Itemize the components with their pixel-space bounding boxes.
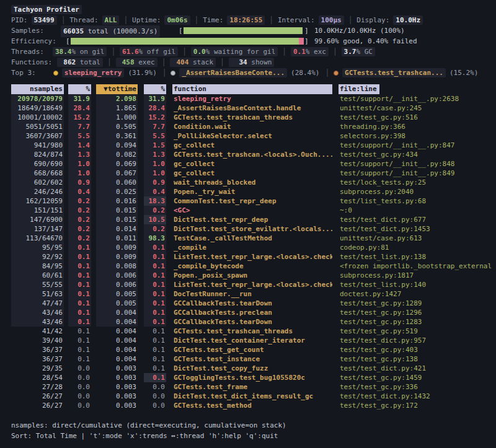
col-header-pct-direct[interactable]: % xyxy=(68,84,91,94)
cell-tottime: 0.003 xyxy=(96,401,138,410)
cell-tottime: 0.014 xyxy=(96,224,138,234)
col-header-tottime[interactable]: ▼tottime xyxy=(96,84,138,94)
cell-pct-cumulative: 0.1 xyxy=(144,354,166,364)
efficiency-bar-good xyxy=(71,38,299,45)
cell-nsamples: 147/6900 xyxy=(11,215,64,224)
cell-nsamples: 47/47 xyxy=(11,299,64,308)
table-row: 113/646700.20.01198.3TestCase._callTestM… xyxy=(11,234,494,243)
cell-file-line: test/test_gc.py:403 xyxy=(339,345,494,354)
table-row: 84/950.10.0080.1_compile_bytecode<frozen… xyxy=(11,261,494,271)
cell-function: ListTest.test_repr_large.<locals>.check xyxy=(172,280,332,289)
cell-pct-direct: 0.2 xyxy=(68,234,91,243)
efficiency-bar-close-bracket: ] xyxy=(304,36,309,46)
cell-pct-cumulative: 31.9 xyxy=(144,94,166,103)
table-row: 602/6020.90.0600.9wait_threads_blockedte… xyxy=(11,178,494,187)
function-stat-value: 34 xyxy=(231,57,247,68)
cell-file-line: test/support/__init__.py:849 xyxy=(339,169,494,178)
cell-nsamples: 60/61 xyxy=(11,271,64,280)
cell-nsamples: 151/151 xyxy=(11,206,64,215)
cell-pct-direct: 1.3 xyxy=(68,150,91,159)
cell-tottime: 0.003 xyxy=(96,382,138,392)
top3-line: Top 3:sleeping_retry(31.9%)│_AssertRaise… xyxy=(11,68,494,78)
table-row: 20978/2097931.92.09831.9sleeping_retryte… xyxy=(11,94,494,103)
cell-nsamples: 26/27 xyxy=(11,401,64,410)
function-stat-segment: 862 total xyxy=(57,58,103,67)
cell-function: GCTests.test_trashcan.<locals>.Ouch.... xyxy=(172,150,332,159)
cell-file-line: threading.py:366 xyxy=(339,122,494,131)
table-row: 137/1470.20.0140.2DictTest.test_store_ev… xyxy=(11,224,494,234)
cell-tottime: 0.003 xyxy=(96,373,138,382)
threads-line: Threads:38.4% on gil│61.6% off gil│0.0% … xyxy=(11,46,494,57)
col-header-function[interactable]: function xyxy=(172,84,332,94)
cell-file-line: codeop.py:81 xyxy=(339,243,494,252)
cell-function: sleeping_retry xyxy=(172,94,332,103)
status-field-value: 10.0Hz xyxy=(393,15,423,25)
cell-pct-cumulative: 7.7 xyxy=(144,122,166,131)
cell-tottime: 0.009 xyxy=(96,243,138,252)
cell-pct-cumulative: 0.1 xyxy=(144,317,166,327)
table-row: 147/69000.20.01510.5DictTest.test_repr_d… xyxy=(11,215,494,224)
cell-pct-cumulative: 28.4 xyxy=(144,103,166,113)
cell-pct-cumulative: 0.1 xyxy=(144,261,166,271)
efficiency-line: Efficiency: [ ] 99.60% good, 0.40% faile… xyxy=(11,36,494,46)
table-row: 47/470.10.0050.1GCCallbackTests.tearDown… xyxy=(11,299,494,308)
function-stat-unit: stack xyxy=(188,58,213,66)
cell-nsamples: 20978/20979 xyxy=(11,94,64,103)
cell-tottime: 0.009 xyxy=(96,252,138,261)
table-row: 60/610.10.0060.1Popen._posix_spawnsubpro… xyxy=(11,271,494,280)
thread-stat-value: 0.0 xyxy=(193,48,206,56)
cell-function: GCTests.test_method xyxy=(172,401,332,410)
cell-function: GCTests.test_trashcan_threads xyxy=(172,113,332,122)
cell-pct-direct: 1.0 xyxy=(68,169,91,178)
cell-file-line: <frozen importlib._bootstrap_external xyxy=(339,261,494,271)
cell-function: _compile_bytecode xyxy=(172,261,332,271)
thread-stat-separator: │ xyxy=(111,48,115,56)
samples-bar-open-bracket: [ xyxy=(179,25,183,36)
cell-pct-cumulative: 0.0 xyxy=(144,401,166,410)
cell-tottime: 0.004 xyxy=(96,345,138,354)
cell-file-line: test/test_gc.py:516 xyxy=(339,113,494,122)
cell-tottime: 0.004 xyxy=(96,317,138,327)
cell-pct-cumulative: 1.5 xyxy=(144,141,166,150)
status-field-value: 18:26:55 xyxy=(227,15,265,25)
table-row: 43/460.10.0040.1GCCallbackTests.preclean… xyxy=(11,308,494,317)
table-row: 27/280.00.0030.0GCTests.test_frametest/t… xyxy=(11,382,494,392)
table-row: 43/460.10.0040.1GCCallbackTests.tearDown… xyxy=(11,317,494,327)
table-row: 26/270.00.0030.0GCTests.test_methodtest/… xyxy=(11,401,494,410)
function-stat-unit: exec xyxy=(135,58,155,66)
col-header-file-line[interactable]: file:line xyxy=(339,84,379,94)
cell-file-line: test/test_gc.py:336 xyxy=(339,382,494,392)
cell-file-line: test/test_dict.py:421 xyxy=(339,364,494,373)
cell-file-line: test/test_gc.py:172 xyxy=(339,401,494,410)
cell-tottime: 0.015 xyxy=(96,215,138,224)
cell-nsamples: 137/147 xyxy=(11,224,64,234)
cell-pct-direct: 0.2 xyxy=(68,224,91,234)
cell-pct-direct: 0.1 xyxy=(68,308,91,317)
function-stat-unit: shown xyxy=(247,58,272,66)
col-header-nsamples[interactable]: nsamples xyxy=(11,84,64,94)
thread-stat-value: 0.1 xyxy=(293,48,306,56)
functions-label: Functions: xyxy=(11,58,52,66)
cell-nsamples: 39/40 xyxy=(11,336,64,345)
cell-function: GCCallbackTests.preclean xyxy=(172,308,332,317)
table-row: 10001/1000215.21.00015.2GCTests.test_tra… xyxy=(11,113,494,122)
table-row: 36/370.10.0040.1GCTests.test_instancetes… xyxy=(11,354,494,364)
cell-file-line: test/list_tests.py:68 xyxy=(339,196,494,206)
cell-tottime: 0.005 xyxy=(96,299,138,308)
cell-file-line: unittest/case.py:245 xyxy=(339,103,494,113)
cell-pct-direct: 0.4 xyxy=(68,187,91,196)
col-header-pct-cumulative[interactable]: % xyxy=(144,84,166,94)
cell-pct-direct: 0.1 xyxy=(68,354,91,364)
cell-nsamples: 41/42 xyxy=(11,327,64,336)
thread-stat-separator: │ xyxy=(333,48,337,56)
table-header-row: nsamples%▼tottime%functionfile:line xyxy=(11,84,494,94)
cell-file-line: test/test_gc.py:1289 xyxy=(339,299,494,308)
cell-function: _compile xyxy=(172,243,332,252)
samples-line: Samples: 66035 total (10000.3/s) [ ] 10.… xyxy=(11,25,494,36)
cell-function: gc_collect xyxy=(172,159,332,169)
table-row: 41/420.10.0040.1GCTests.test_trashcan_th… xyxy=(11,327,494,336)
cell-pct-direct: 0.1 xyxy=(68,317,91,327)
cell-pct-cumulative: 0.1 xyxy=(144,373,166,382)
cell-file-line: test/support/__init__.py:2638 xyxy=(339,94,494,103)
cell-tottime: 0.094 xyxy=(96,141,138,150)
